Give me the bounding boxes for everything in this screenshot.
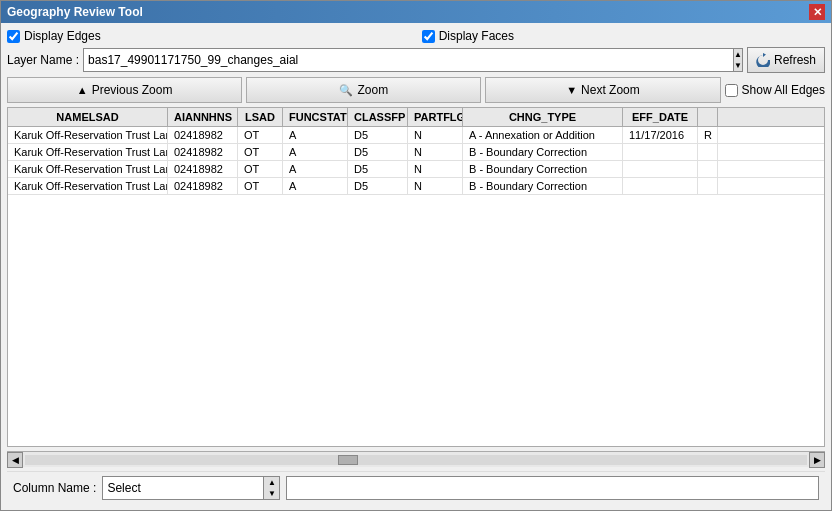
zoom-label: Zoom [357,83,388,97]
column-spinner-up[interactable]: ▲ [264,477,279,488]
display-faces-checkbox[interactable] [422,30,435,43]
bottom-bar: Column Name : Select NAMELSAD AIANNHNS L… [7,471,825,504]
cell-partflg: N [408,161,463,177]
cell-aiannhns: 02418982 [168,178,238,194]
cell-eff_date: 11/17/2016 [623,127,698,143]
cell-eff_date [623,144,698,160]
cell-funcstat: A [283,127,348,143]
col-header-extra [698,108,718,126]
table-row[interactable]: Karuk Off-Reservation Trust Land02418982… [8,178,824,195]
cell-chng_type: A - Annexation or Addition [463,127,623,143]
cell-partflg: N [408,127,463,143]
cell-eff_date [623,178,698,194]
cell-lsad: OT [238,178,283,194]
col-header-funcstat: FUNCSTAT [283,108,348,126]
data-table: NAMELSAD AIANNHNS LSAD FUNCSTAT CLASSFP … [7,107,825,447]
cell-aiannhns: 02418982 [168,127,238,143]
cell-classfp: D5 [348,144,408,160]
scrollbar-track[interactable] [25,455,807,465]
cell-classfp: D5 [348,178,408,194]
table-body: Karuk Off-Reservation Trust Land02418982… [8,127,824,446]
col-header-chng_type: CHNG_TYPE [463,108,623,126]
cell-extra: R [698,127,718,143]
zoom-icon: 🔍 [339,84,353,97]
cell-extra [698,178,718,194]
cell-funcstat: A [283,144,348,160]
display-edges-checkbox[interactable] [7,30,20,43]
cell-namelsad: Karuk Off-Reservation Trust Land [8,178,168,194]
main-window: Geography Review Tool ✕ Display Edges Di… [0,0,832,511]
scroll-right-button[interactable]: ▶ [809,452,825,468]
cell-namelsad: Karuk Off-Reservation Trust Land [8,127,168,143]
col-header-eff_date: EFF_DATE [623,108,698,126]
window-title: Geography Review Tool [7,5,143,19]
show-all-edges-label[interactable]: Show All Edges [725,83,825,97]
display-faces-label[interactable]: Display Faces [422,29,514,43]
col-header-namelsad: NAMELSAD [8,108,168,126]
close-button[interactable]: ✕ [809,4,825,20]
layer-name-input[interactable] [84,51,733,69]
zoom-button[interactable]: 🔍 Zoom [246,77,481,103]
col-header-aiannhns: AIANNHNS [168,108,238,126]
cell-lsad: OT [238,161,283,177]
horizontal-scrollbar: ◀ ▶ [7,451,825,467]
checkbox-row: Display Edges Display Faces [7,29,825,43]
layer-spinner-up[interactable]: ▲ [734,49,742,60]
refresh-icon [756,53,770,67]
cell-classfp: D5 [348,161,408,177]
table-row[interactable]: Karuk Off-Reservation Trust Land02418982… [8,127,824,144]
refresh-button[interactable]: Refresh [747,47,825,73]
cell-partflg: N [408,178,463,194]
layer-input-container: ▲ ▼ [83,48,743,72]
cell-aiannhns: 02418982 [168,144,238,160]
layer-spinner: ▲ ▼ [733,49,742,71]
col-header-partflg: PARTFLG [408,108,463,126]
cell-chng_type: B - Boundary Correction [463,161,623,177]
next-zoom-button[interactable]: ▼ Next Zoom [485,77,720,103]
cell-partflg: N [408,144,463,160]
cell-classfp: D5 [348,127,408,143]
col-header-classfp: CLASSFP [348,108,408,126]
table-row[interactable]: Karuk Off-Reservation Trust Land02418982… [8,161,824,178]
cell-lsad: OT [238,144,283,160]
cell-namelsad: Karuk Off-Reservation Trust Land [8,144,168,160]
scroll-left-button[interactable]: ◀ [7,452,23,468]
cell-lsad: OT [238,127,283,143]
cell-extra [698,144,718,160]
column-value-input[interactable] [286,476,819,500]
col-header-lsad: LSAD [238,108,283,126]
cell-eff_date [623,161,698,177]
column-select-spinner: ▲ ▼ [263,477,279,499]
next-zoom-label: Next Zoom [581,83,640,97]
prev-zoom-icon: ▲ [77,84,88,96]
show-all-edges-text: Show All Edges [742,83,825,97]
column-select-container: Select NAMELSAD AIANNHNS LSAD FUNCSTAT C… [102,476,280,500]
next-zoom-icon: ▼ [566,84,577,96]
table-row[interactable]: Karuk Off-Reservation Trust Land02418982… [8,144,824,161]
prev-zoom-button[interactable]: ▲ Previous Zoom [7,77,242,103]
cell-chng_type: B - Boundary Correction [463,144,623,160]
cell-funcstat: A [283,178,348,194]
content-area: Display Edges Display Faces Layer Name :… [1,23,831,510]
layer-row: Layer Name : ▲ ▼ Refresh [7,47,825,73]
show-all-edges-checkbox[interactable] [725,84,738,97]
column-name-label: Column Name : [13,481,96,495]
table-header: NAMELSAD AIANNHNS LSAD FUNCSTAT CLASSFP … [8,108,824,127]
cell-namelsad: Karuk Off-Reservation Trust Land [8,161,168,177]
column-name-select[interactable]: Select NAMELSAD AIANNHNS LSAD FUNCSTAT C… [103,479,263,497]
cell-aiannhns: 02418982 [168,161,238,177]
scrollbar-thumb[interactable] [338,455,358,465]
display-edges-text: Display Edges [24,29,101,43]
column-spinner-down[interactable]: ▼ [264,488,279,499]
cell-funcstat: A [283,161,348,177]
display-faces-text: Display Faces [439,29,514,43]
refresh-label: Refresh [774,53,816,67]
display-edges-label[interactable]: Display Edges [7,29,101,43]
layer-spinner-down[interactable]: ▼ [734,60,742,71]
cell-chng_type: B - Boundary Correction [463,178,623,194]
zoom-row: ▲ Previous Zoom 🔍 Zoom ▼ Next Zoom Show … [7,77,825,103]
layer-name-label: Layer Name : [7,53,79,67]
prev-zoom-label: Previous Zoom [92,83,173,97]
cell-extra [698,161,718,177]
title-bar: Geography Review Tool ✕ [1,1,831,23]
